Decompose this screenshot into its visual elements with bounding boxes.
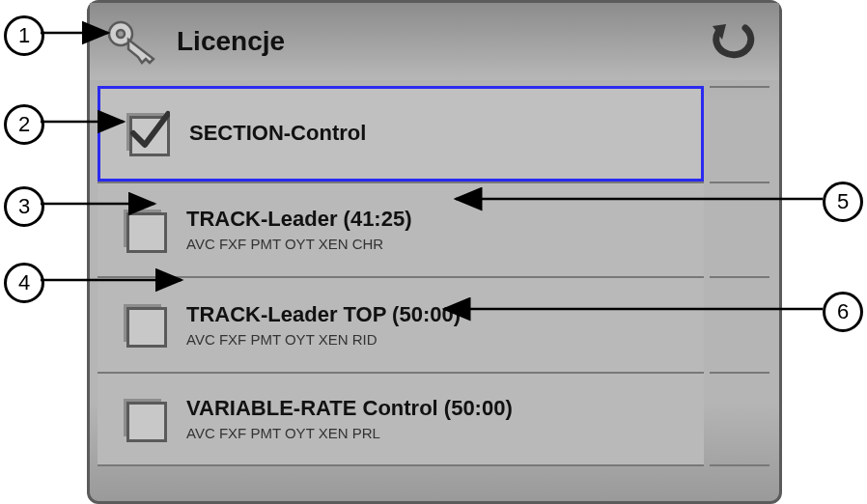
screen-header: Licencje xyxy=(90,3,779,80)
back-button[interactable] xyxy=(698,14,766,70)
side-cell[interactable] xyxy=(710,372,769,467)
checkbox-checked[interactable] xyxy=(124,110,170,156)
side-cell[interactable] xyxy=(710,86,769,182)
item-subtitle: AVC FXF PMT OYT XEN CHR xyxy=(186,236,704,252)
list-item[interactable]: SECTION-Control xyxy=(98,86,704,182)
item-subtitle: AVC FXF PMT OYT XEN PRL xyxy=(186,425,704,441)
annotated-screenshot: Licencje SECTION-Control xyxy=(0,0,867,504)
callout-1: 1 xyxy=(4,15,44,56)
back-arrow-icon xyxy=(703,18,761,67)
callout-6: 6 xyxy=(823,292,863,332)
side-scroll-column xyxy=(710,86,769,466)
checkbox-unchecked[interactable] xyxy=(121,301,167,348)
item-title: VARIABLE-RATE Control (50:00) xyxy=(186,396,704,421)
callout-4: 4 xyxy=(4,263,44,303)
callout-5: 5 xyxy=(823,182,863,222)
item-title: SECTION-Control xyxy=(189,121,701,146)
item-title: TRACK-Leader TOP (50:00) xyxy=(186,302,704,327)
side-cell[interactable] xyxy=(710,276,769,372)
callout-2: 2 xyxy=(4,104,44,145)
list-item[interactable]: TRACK-Leader (41:25) AVC FXF PMT OYT XEN… xyxy=(98,182,704,277)
checkbox-unchecked[interactable] xyxy=(121,396,167,442)
side-cell[interactable] xyxy=(710,182,769,277)
license-list: SECTION-Control TRACK-Leader (41:25) AVC… xyxy=(98,86,704,466)
checkbox-unchecked[interactable] xyxy=(121,207,167,253)
key-icon xyxy=(103,16,163,65)
svg-point-1 xyxy=(117,30,125,38)
callout-3: 3 xyxy=(4,186,44,227)
item-subtitle: AVC FXF PMT OYT XEN RID xyxy=(186,331,704,348)
item-title: TRACK-Leader (41:25) xyxy=(186,207,704,232)
device-screen: Licencje SECTION-Control xyxy=(87,0,782,504)
list-item[interactable]: TRACK-Leader TOP (50:00) AVC FXF PMT OYT… xyxy=(98,276,704,372)
page-title: Licencje xyxy=(177,26,285,57)
list-item[interactable]: VARIABLE-RATE Control (50:00) AVC FXF PM… xyxy=(98,372,704,467)
